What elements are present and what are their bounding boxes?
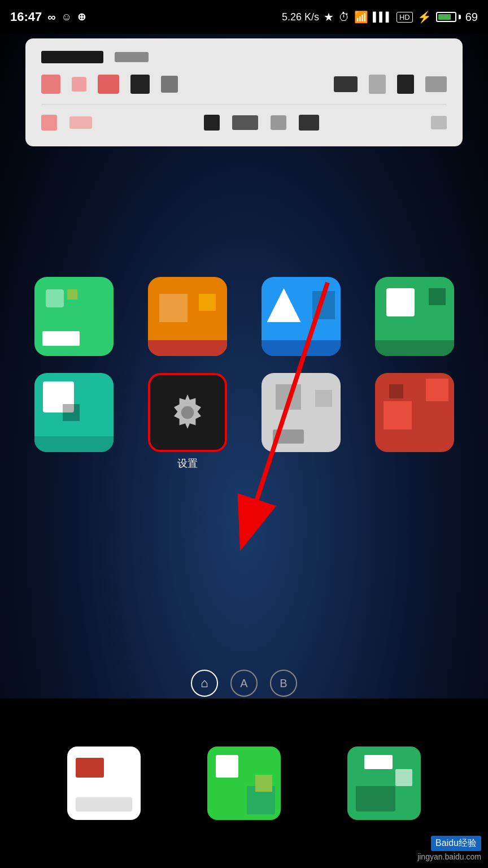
home-button[interactable]: ⌂ bbox=[191, 670, 218, 697]
dock-icon-2[interactable] bbox=[207, 747, 281, 820]
notif-title-block2 bbox=[115, 52, 149, 62]
baidu-brand: Baidu经验 bbox=[431, 836, 481, 851]
notif-icon-gray-large bbox=[369, 75, 386, 94]
app-row-1 bbox=[17, 277, 471, 356]
bottom-dock bbox=[0, 698, 488, 868]
app-item-7[interactable] bbox=[256, 373, 346, 470]
signal-icon: ▌▌▌ bbox=[373, 12, 392, 22]
app-item-1[interactable] bbox=[29, 277, 119, 356]
app-item-5[interactable] bbox=[29, 373, 119, 470]
hd-badge: HD bbox=[396, 12, 413, 23]
smiley-icon: ☺ bbox=[62, 11, 72, 23]
home-icon: ⌂ bbox=[201, 676, 208, 691]
nav-a-button[interactable]: A bbox=[230, 670, 258, 697]
clock-icon: ⏱ bbox=[338, 11, 350, 24]
app-grid: 设置 bbox=[0, 277, 488, 487]
wifi-icon: 📶 bbox=[354, 10, 368, 24]
notif-divider bbox=[41, 104, 447, 105]
time-display: 16:47 bbox=[10, 10, 42, 24]
notif-icons-row1 bbox=[41, 75, 447, 94]
settings-label: 设置 bbox=[177, 457, 198, 470]
baidu-url: jingyan.baidu.com bbox=[417, 852, 481, 861]
status-left: 16:47 ∞ ☺ ⊕ bbox=[10, 10, 86, 24]
gear-icon bbox=[165, 390, 210, 435]
notif-title-block1 bbox=[41, 51, 103, 63]
notif-icon-pink-large bbox=[41, 75, 60, 94]
app-item-2[interactable] bbox=[142, 277, 233, 356]
notification-card bbox=[25, 38, 463, 146]
bolt-icon: ⚡ bbox=[417, 10, 432, 24]
nav-a-label: A bbox=[240, 677, 247, 690]
notif-icon-pink-medium bbox=[98, 75, 119, 94]
notif-icon-dark3 bbox=[397, 75, 414, 94]
notif-second-row bbox=[41, 115, 447, 131]
app-row-2: 设置 bbox=[17, 373, 471, 470]
settings-icon-bg bbox=[150, 375, 225, 450]
notif-title-row bbox=[41, 51, 447, 63]
notif-s-dgray bbox=[232, 115, 258, 130]
nav-b-button[interactable]: B bbox=[270, 670, 297, 697]
notif-s-pink bbox=[41, 115, 57, 131]
loop-icon: ∞ bbox=[47, 11, 55, 24]
navigation-dots: ⌂ A B bbox=[0, 670, 488, 697]
status-right: 5.26 K/s ★ ⏱ 📶 ▌▌▌ HD ⚡ 69 bbox=[282, 10, 478, 24]
notif-s-dark bbox=[204, 115, 220, 131]
notif-icon-gray2 bbox=[425, 76, 447, 92]
app-item-8[interactable] bbox=[369, 373, 460, 470]
svg-point-3 bbox=[181, 406, 193, 419]
notif-s-lgray bbox=[431, 116, 447, 129]
dock-icon-1[interactable] bbox=[67, 747, 141, 820]
notif-s-dark2 bbox=[299, 115, 319, 131]
dock-icon-3[interactable] bbox=[347, 747, 421, 820]
watermark: Baidu经验 jingyan.baidu.com bbox=[417, 836, 481, 861]
notif-icon-gray-medium bbox=[161, 76, 178, 93]
notif-s-gray bbox=[271, 115, 286, 130]
bluetooth-icon: ★ bbox=[324, 10, 334, 24]
app-item-4[interactable] bbox=[369, 277, 460, 356]
app-item-settings[interactable]: 设置 bbox=[142, 373, 233, 470]
notif-icon-dark-large bbox=[130, 75, 150, 94]
nav-b-label: B bbox=[280, 677, 287, 690]
network-speed: 5.26 K/s bbox=[282, 11, 319, 23]
battery-indicator bbox=[436, 12, 461, 22]
circle-arrow-icon: ⊕ bbox=[77, 11, 86, 23]
app-item-3[interactable] bbox=[256, 277, 346, 356]
battery-level: 69 bbox=[465, 11, 478, 24]
notif-icon-dark-medium bbox=[334, 76, 358, 92]
notif-icon-pink-small bbox=[72, 77, 86, 92]
notif-s-pink2 bbox=[69, 116, 92, 129]
status-bar: 16:47 ∞ ☺ ⊕ 5.26 K/s ★ ⏱ 📶 ▌▌▌ HD ⚡ 69 bbox=[0, 0, 488, 34]
